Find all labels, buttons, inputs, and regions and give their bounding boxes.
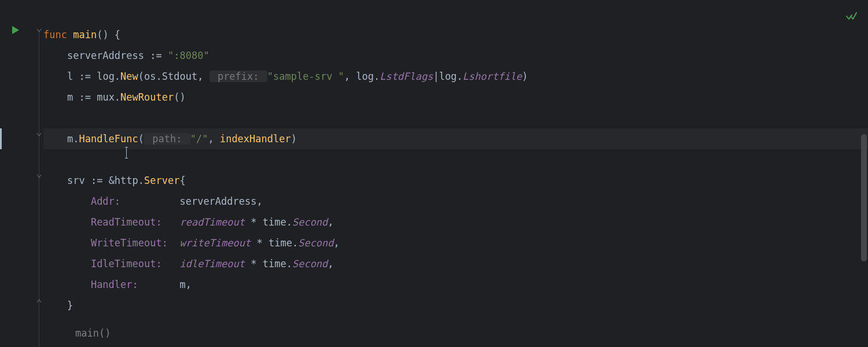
function-name: New — [120, 71, 138, 82]
operator: := — [79, 91, 90, 103]
indent — [43, 216, 91, 228]
identifier: l — [67, 71, 79, 82]
operator: := — [150, 50, 161, 61]
comma: , — [334, 237, 340, 249]
code-line[interactable]: l := log.New(os.Stdout, prefix: "sample-… — [43, 66, 868, 87]
identifier: m — [67, 91, 79, 103]
indent — [43, 300, 67, 311]
fold-open-icon[interactable] — [36, 174, 42, 179]
code-text: } — [67, 300, 73, 311]
field-name: Handler: — [91, 279, 138, 290]
code-line-empty[interactable] — [43, 108, 868, 128]
code-text: &http. — [102, 175, 144, 186]
run-gutter-icon[interactable] — [12, 25, 20, 35]
code-line[interactable]: m := mux.NewRouter() — [43, 87, 868, 108]
function-name: HandleFunc — [79, 133, 138, 145]
code-line[interactable]: serverAddress := ":8080" — [43, 45, 868, 66]
fold-column — [35, 0, 43, 347]
string-literal: "sample-srv " — [267, 71, 344, 82]
code-text: () { — [97, 29, 120, 40]
operator: | — [433, 71, 439, 82]
code-text: , log. — [344, 71, 380, 82]
inlay-hint: prefix: — [209, 71, 267, 82]
indent — [43, 237, 91, 249]
field-name: IdleTimeout: — [91, 258, 162, 270]
operator: := — [79, 71, 90, 82]
comma: , — [257, 195, 263, 207]
editor-gutter — [0, 0, 43, 347]
breadcrumb[interactable]: main() — [75, 323, 111, 344]
type-name: Server — [144, 175, 179, 186]
string-literal: ":8080" — [162, 50, 209, 61]
code-line[interactable]: Addr: serverAddress, — [43, 191, 868, 212]
code-text: log. — [439, 71, 463, 82]
constant: LstdFlags — [380, 71, 433, 82]
indent — [43, 133, 67, 145]
constant: Second — [292, 216, 328, 228]
identifier: readTimeout — [179, 216, 245, 228]
operator: := — [91, 175, 102, 186]
code-text: ) — [291, 133, 297, 145]
identifier: m. — [67, 133, 79, 145]
comma: , — [328, 258, 333, 270]
align-pad — [162, 216, 180, 228]
constant: Second — [298, 237, 333, 249]
package-ref: log. — [91, 71, 120, 82]
indent — [43, 258, 91, 270]
fold-close-icon[interactable] — [36, 298, 42, 304]
code-line[interactable]: WriteTimeout: writeTimeout * time.Second… — [43, 232, 868, 253]
function-name: main — [67, 29, 97, 40]
code-text: { — [179, 175, 185, 186]
code-text: * time. — [245, 216, 292, 228]
indent — [43, 91, 67, 103]
align-pad — [120, 195, 179, 207]
identifier: serverAddress — [179, 195, 256, 207]
indent — [43, 71, 67, 82]
code-text: , — [208, 133, 219, 145]
align-pad — [162, 258, 180, 270]
code-editor[interactable]: func main() { serverAddress := ":8080" l… — [0, 0, 868, 347]
code-content[interactable]: func main() { serverAddress := ":8080" l… — [43, 0, 868, 347]
indent — [43, 195, 91, 207]
code-line-current[interactable]: m.HandleFunc( path: "/", indexHandler) — [43, 128, 868, 149]
string-literal: "/" — [190, 133, 208, 145]
identifier: m — [179, 279, 185, 290]
code-line[interactable]: func main() { — [43, 24, 868, 45]
code-text: () — [174, 91, 185, 103]
align-pad — [138, 279, 180, 290]
code-line-empty[interactable] — [43, 149, 868, 170]
identifier: idleTimeout — [179, 258, 245, 270]
function-name: NewRouter — [120, 91, 174, 103]
argument: indexHandler — [220, 133, 291, 145]
align-pad — [168, 237, 179, 249]
problems-check-icon[interactable] — [845, 8, 858, 29]
indent — [43, 50, 67, 61]
field-name: Addr: — [91, 195, 120, 207]
identifier: srv — [67, 175, 91, 186]
code-text: ( — [138, 133, 144, 145]
code-line[interactable]: IdleTimeout: idleTimeout * time.Second, — [43, 253, 868, 274]
code-text: (os.Stdout, — [138, 71, 209, 82]
code-line[interactable]: ReadTimeout: readTimeout * time.Second, — [43, 212, 868, 232]
keyword: func — [43, 29, 67, 40]
fold-open-icon[interactable] — [36, 132, 42, 137]
constant: Lshortfile — [463, 71, 522, 82]
comma: , — [328, 216, 333, 228]
indent — [43, 175, 67, 186]
field-name: WriteTimeout: — [91, 237, 168, 249]
fold-open-icon[interactable] — [36, 28, 42, 33]
code-line[interactable]: Handler: m, — [43, 274, 868, 295]
vertical-scrollbar[interactable] — [861, 134, 867, 261]
code-text: ) — [522, 71, 528, 82]
identifier: serverAddress — [67, 50, 150, 61]
code-text: * time. — [245, 258, 292, 270]
inlay-hint: path: — [144, 133, 190, 145]
constant: Second — [292, 258, 328, 270]
identifier: writeTimeout — [179, 237, 251, 249]
field-name: ReadTimeout: — [91, 216, 162, 228]
indent — [43, 279, 91, 290]
code-line[interactable]: } — [43, 295, 868, 316]
code-line[interactable]: srv := &http.Server{ — [43, 170, 868, 191]
code-text: * time. — [251, 237, 298, 249]
comma: , — [186, 279, 192, 290]
